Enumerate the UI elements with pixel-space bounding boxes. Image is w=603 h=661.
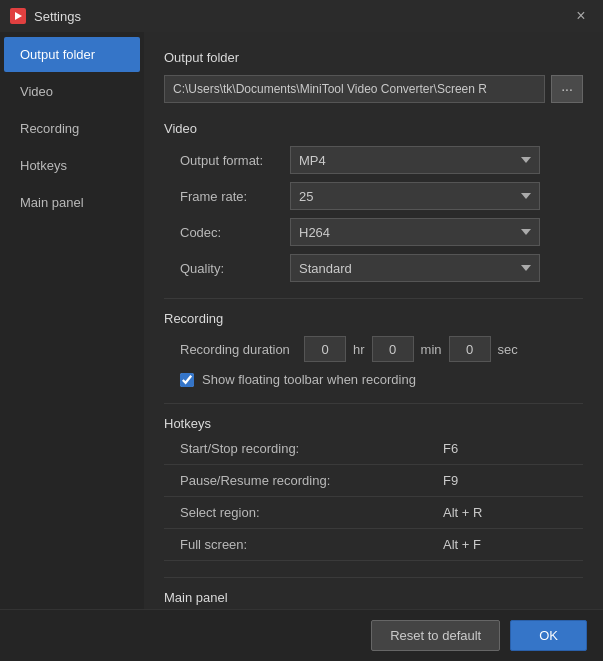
browse-button[interactable]: ··· <box>551 75 583 103</box>
content-area: Output folder ··· Video Output format: M… <box>144 32 603 609</box>
divider-2 <box>164 403 583 404</box>
sidebar-item-video[interactable]: Video <box>4 74 140 109</box>
frame-rate-select[interactable]: 15 20 25 30 60 <box>290 182 540 210</box>
window-title: Settings <box>34 9 569 24</box>
close-button[interactable]: × <box>569 4 593 28</box>
output-folder-row: ··· <box>164 75 583 103</box>
bottom-bar: Reset to default OK <box>0 609 603 661</box>
quality-row: Quality: Low Standard High <box>164 254 583 282</box>
hotkey-fullscreen-label: Full screen: <box>180 537 443 552</box>
output-format-row: Output format: MP4 AVI MOV MKV <box>164 146 583 174</box>
toolbar-checkbox-row: Show floating toolbar when recording <box>164 372 583 387</box>
hr-unit: hr <box>353 342 365 357</box>
app-icon <box>10 8 26 24</box>
hotkey-selectregion-value: Alt + R <box>443 505 583 520</box>
hotkey-selectregion-label: Select region: <box>180 505 443 520</box>
sidebar-item-output-folder[interactable]: Output folder <box>4 37 140 72</box>
hotkeys-section: Hotkeys Start/Stop recording: F6 Pause/R… <box>164 416 583 561</box>
frame-rate-row: Frame rate: 15 20 25 30 60 <box>164 182 583 210</box>
sec-unit: sec <box>498 342 518 357</box>
hotkey-pauseresume-label: Pause/Resume recording: <box>180 473 443 488</box>
sidebar-item-hotkeys[interactable]: Hotkeys <box>4 148 140 183</box>
duration-sec-input[interactable] <box>449 336 491 362</box>
sidebar: Output folder Video Recording Hotkeys Ma… <box>0 32 144 609</box>
output-format-select[interactable]: MP4 AVI MOV MKV <box>290 146 540 174</box>
recording-section-title: Recording <box>164 311 583 326</box>
reset-button[interactable]: Reset to default <box>371 620 500 651</box>
hotkey-row-fullscreen: Full screen: Alt + F <box>164 537 583 561</box>
quality-label: Quality: <box>180 261 290 276</box>
min-unit: min <box>421 342 442 357</box>
floating-toolbar-label[interactable]: Show floating toolbar when recording <box>202 372 416 387</box>
quality-select[interactable]: Low Standard High <box>290 254 540 282</box>
output-format-label: Output format: <box>180 153 290 168</box>
duration-hr-input[interactable] <box>304 336 346 362</box>
video-section-title: Video <box>164 121 583 136</box>
floating-toolbar-checkbox[interactable] <box>180 373 194 387</box>
svg-marker-0 <box>15 12 22 20</box>
frame-rate-label: Frame rate: <box>180 189 290 204</box>
duration-label: Recording duration <box>180 342 300 357</box>
divider-3 <box>164 577 583 578</box>
hotkey-fullscreen-value: Alt + F <box>443 537 583 552</box>
video-section: Video Output format: MP4 AVI MOV MKV Fra… <box>164 121 583 282</box>
hotkey-row-pauseresume: Pause/Resume recording: F9 <box>164 473 583 497</box>
main-layout: Output folder Video Recording Hotkeys Ma… <box>0 32 603 609</box>
output-folder-title: Output folder <box>164 50 583 65</box>
duration-row: Recording duration hr min sec <box>164 336 583 362</box>
main-panel-section: Main panel <box>164 590 583 605</box>
recording-section: Recording Recording duration hr min sec … <box>164 311 583 387</box>
hotkey-startstop-label: Start/Stop recording: <box>180 441 443 456</box>
divider-1 <box>164 298 583 299</box>
title-bar: Settings × <box>0 0 603 32</box>
main-panel-title: Main panel <box>164 590 583 605</box>
codec-label: Codec: <box>180 225 290 240</box>
hotkey-row-startstop: Start/Stop recording: F6 <box>164 441 583 465</box>
hotkey-startstop-value: F6 <box>443 441 583 456</box>
ok-button[interactable]: OK <box>510 620 587 651</box>
hotkeys-section-title: Hotkeys <box>164 416 583 431</box>
codec-row: Codec: H264 H265 MPEG4 <box>164 218 583 246</box>
duration-min-input[interactable] <box>372 336 414 362</box>
sidebar-item-main-panel[interactable]: Main panel <box>4 185 140 220</box>
codec-select[interactable]: H264 H265 MPEG4 <box>290 218 540 246</box>
sidebar-item-recording[interactable]: Recording <box>4 111 140 146</box>
hotkey-pauseresume-value: F9 <box>443 473 583 488</box>
hotkey-row-selectregion: Select region: Alt + R <box>164 505 583 529</box>
output-folder-input[interactable] <box>164 75 545 103</box>
